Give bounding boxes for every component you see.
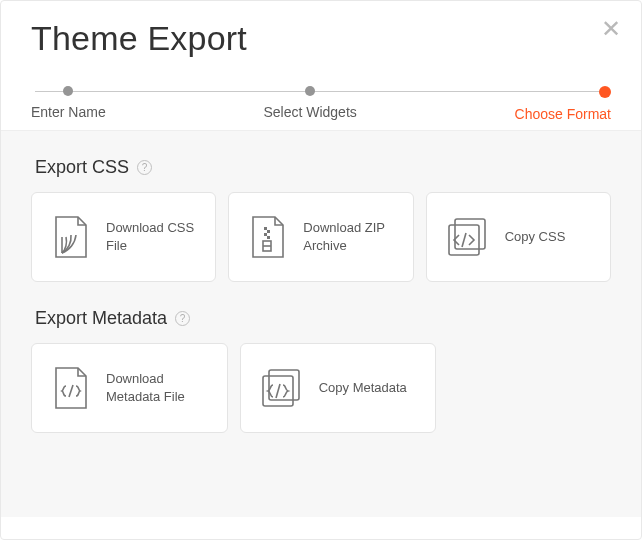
wizard-stepper: Enter Name Select Widgets Choose Format xyxy=(1,68,641,130)
card-label: Download ZIP Archive xyxy=(303,219,396,254)
close-icon: ✕ xyxy=(601,15,621,42)
step-label: Select Widgets xyxy=(263,104,356,120)
section-title-metadata: Export Metadata ? xyxy=(35,308,611,329)
svg-line-8 xyxy=(462,233,466,247)
section-title-text: Export Metadata xyxy=(35,308,167,329)
card-label: Download CSS File xyxy=(106,219,199,254)
file-metadata-icon xyxy=(48,364,92,412)
svg-line-9 xyxy=(69,385,73,397)
card-label: Download Metadata File xyxy=(106,370,211,405)
step-label: Choose Format xyxy=(515,106,611,122)
theme-export-modal: ✕ Theme Export Enter Name Select Widgets… xyxy=(0,0,642,540)
file-css-icon xyxy=(48,213,92,261)
help-icon[interactable]: ? xyxy=(175,311,190,326)
metadata-cards-row: Download Metadata File Copy Metadata xyxy=(31,343,611,433)
step-choose-format[interactable]: Choose Format xyxy=(515,86,611,122)
copy-css-button[interactable]: Copy CSS xyxy=(426,192,611,282)
modal-title: Theme Export xyxy=(31,19,611,58)
svg-rect-1 xyxy=(267,230,270,233)
copy-code-icon xyxy=(443,215,491,259)
spacer xyxy=(448,343,611,433)
step-dot-icon xyxy=(599,86,611,98)
svg-line-12 xyxy=(276,384,280,398)
help-icon[interactable]: ? xyxy=(137,160,152,175)
section-title-css: Export CSS ? xyxy=(35,157,611,178)
step-label: Enter Name xyxy=(31,104,106,120)
svg-rect-2 xyxy=(264,233,267,236)
step-dot-icon xyxy=(63,86,73,96)
copy-metadata-icon xyxy=(257,366,305,410)
modal-content: Export CSS ? Download CSS File xyxy=(1,130,641,517)
download-zip-archive-button[interactable]: Download ZIP Archive xyxy=(228,192,413,282)
card-label: Copy CSS xyxy=(505,228,566,246)
card-label: Copy Metadata xyxy=(319,379,407,397)
step-dot-icon xyxy=(305,86,315,96)
copy-metadata-button[interactable]: Copy Metadata xyxy=(240,343,437,433)
svg-rect-3 xyxy=(267,236,270,239)
section-title-text: Export CSS xyxy=(35,157,129,178)
download-metadata-file-button[interactable]: Download Metadata File xyxy=(31,343,228,433)
svg-rect-0 xyxy=(264,227,267,230)
step-enter-name[interactable]: Enter Name xyxy=(31,86,106,120)
step-select-widgets[interactable]: Select Widgets xyxy=(263,86,356,120)
css-cards-row: Download CSS File Download ZIP Archive xyxy=(31,192,611,282)
close-button[interactable]: ✕ xyxy=(601,17,621,41)
download-css-file-button[interactable]: Download CSS File xyxy=(31,192,216,282)
modal-header: Theme Export xyxy=(1,1,641,68)
file-zip-icon xyxy=(245,213,289,261)
